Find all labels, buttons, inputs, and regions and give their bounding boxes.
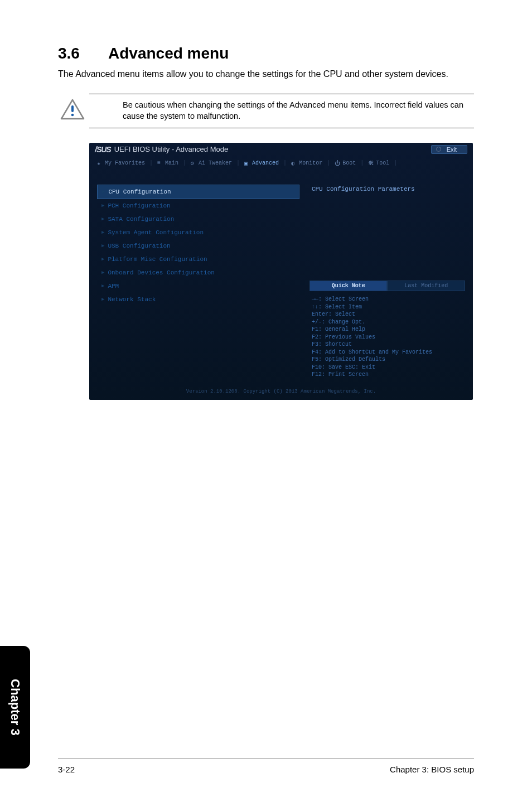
chevron-right-icon: ▶ xyxy=(101,243,104,249)
bios-tab-bar: ★My Favorites| ≡Main| ⚙Ai Tweaker| ▣Adva… xyxy=(89,156,473,168)
tab-label: Advanced xyxy=(252,160,279,166)
help-tab-last-modified[interactable]: Last Modified xyxy=(387,281,465,291)
section-title: Advanced menu xyxy=(108,45,229,62)
tab-main[interactable]: ≡Main xyxy=(154,158,182,168)
menu-apm[interactable]: ▶APM xyxy=(97,279,299,293)
chevron-right-icon: ▶ xyxy=(101,296,104,302)
chapter-side-tab: Chapter 3 xyxy=(0,646,30,769)
chapter-title-footer: Chapter 3: BIOS setup xyxy=(390,765,474,774)
section-number: 3.6 xyxy=(58,45,108,62)
menu-platform-misc-configuration[interactable]: ▶Platform Misc Configuration xyxy=(97,253,299,266)
menu-usb-configuration[interactable]: ▶USB Configuration xyxy=(97,239,299,253)
menu-cpu-configuration[interactable]: ▶CPU Configuration xyxy=(97,185,299,199)
bios-titlebar: /SUS UEFI BIOS Utility - Advanced Mode E… xyxy=(89,143,473,156)
key-help-panel: →←: Select Screen ↑↓: Select Item Enter:… xyxy=(309,294,465,380)
keyhelp-line: F10: Save ESC: Exit xyxy=(312,364,463,371)
asus-logo: /SUS xyxy=(95,145,111,154)
keyhelp-line: →←: Select Screen xyxy=(312,296,463,303)
footer-divider xyxy=(58,758,474,758)
page-footer: 3-22 Chapter 3: BIOS setup xyxy=(58,765,474,774)
menu-label: SATA Configuration xyxy=(108,216,174,223)
chevron-right-icon: ▶ xyxy=(101,256,104,262)
keyhelp-line: F5: Optimized Defaults xyxy=(312,356,463,364)
section-intro: The Advanced menu items allow you to cha… xyxy=(58,68,474,80)
menu-label: Network Stack xyxy=(108,296,156,303)
keyhelp-line: F4: Add to ShortCut and My Favorites xyxy=(312,349,463,356)
tab-ai-tweaker[interactable]: ⚙Ai Tweaker xyxy=(187,158,235,168)
keyhelp-line: F2: Previous Values xyxy=(312,334,463,341)
tab-tool[interactable]: 🛠Tool xyxy=(365,158,393,168)
chevron-right-icon: ▶ xyxy=(101,269,104,276)
menu-label: CPU Configuration xyxy=(108,189,171,195)
menu-sata-configuration[interactable]: ▶SATA Configuration xyxy=(97,212,299,226)
tab-label: My Favorites xyxy=(105,160,145,166)
bios-window: /SUS UEFI BIOS Utility - Advanced Mode E… xyxy=(89,143,473,400)
menu-label: Platform Misc Configuration xyxy=(108,256,207,263)
tab-my-favorites[interactable]: ★My Favorites xyxy=(94,158,148,168)
keyhelp-line: F3: Shortcut xyxy=(312,341,463,349)
chevron-right-icon: ▶ xyxy=(101,229,104,235)
section-heading: 3.6Advanced menu xyxy=(58,45,474,62)
page-number: 3-22 xyxy=(58,765,75,774)
svg-point-1 xyxy=(71,114,74,117)
tool-icon: 🛠 xyxy=(368,160,374,166)
bios-footer-version: Version 2.10.1208. Copyright (C) 2013 Am… xyxy=(89,385,473,400)
tab-label: Monitor xyxy=(299,160,322,166)
menu-label: USB Configuration xyxy=(108,243,170,249)
help-description: CPU Configuration Parameters xyxy=(309,185,465,281)
menu-label: PCH Configuration xyxy=(108,202,170,209)
help-tab-quick-note[interactable]: Quick Note xyxy=(309,281,388,291)
keyhelp-line: Enter: Select xyxy=(312,311,463,318)
keyhelp-line: +/-: Change Opt. xyxy=(312,318,463,326)
bios-help-column: CPU Configuration Parameters Quick Note … xyxy=(309,185,465,380)
chevron-right-icon: ▶ xyxy=(101,283,104,289)
tab-boot[interactable]: ⏻Boot xyxy=(331,158,359,168)
tab-label: Boot xyxy=(342,160,356,166)
tab-advanced[interactable]: ▣Advanced xyxy=(241,158,282,168)
keyhelp-line: F1: General Help xyxy=(312,326,463,334)
svg-rect-0 xyxy=(71,105,74,112)
warning-text: Be cautious when changing the settings o… xyxy=(123,100,474,122)
exit-label: Exit xyxy=(447,146,457,153)
tab-label: Main xyxy=(165,160,178,166)
menu-system-agent-configuration[interactable]: ▶System Agent Configuration xyxy=(97,226,299,239)
menu-pch-configuration[interactable]: ▶PCH Configuration xyxy=(97,199,299,212)
chevron-right-icon: ▶ xyxy=(101,216,104,222)
exit-button[interactable]: Exit xyxy=(431,145,467,154)
tab-label: Ai Tweaker xyxy=(199,160,232,166)
tab-label: Tool xyxy=(376,160,389,166)
keyhelp-line: F12: Print Screen xyxy=(312,371,463,379)
help-tabs: Quick Note Last Modified xyxy=(309,281,465,291)
bios-title: UEFI BIOS Utility - Advanced Mode xyxy=(114,145,228,153)
menu-onboard-devices-configuration[interactable]: ▶Onboard Devices Configuration xyxy=(97,266,299,279)
wrench-icon: ⚙ xyxy=(191,160,196,166)
menu-network-stack[interactable]: ▶Network Stack xyxy=(97,293,299,306)
warning-block: Be cautious when changing the settings o… xyxy=(89,94,474,128)
keyhelp-line: ↑↓: Select Item xyxy=(312,303,463,311)
chevron-right-icon: ▶ xyxy=(102,189,105,195)
tab-monitor[interactable]: ◐Monitor xyxy=(288,158,326,168)
menu-label: APM xyxy=(108,283,119,289)
warning-icon xyxy=(60,99,85,122)
boot-icon: ⏻ xyxy=(335,160,340,166)
list-icon: ≡ xyxy=(157,160,163,166)
menu-label: System Agent Configuration xyxy=(108,229,204,236)
menu-label: Onboard Devices Configuration xyxy=(108,269,214,276)
bios-menu-column: ▶CPU Configuration ▶PCH Configuration ▶S… xyxy=(97,185,299,380)
monitor-icon: ◐ xyxy=(291,160,297,166)
star-icon: ★ xyxy=(97,160,103,166)
power-icon xyxy=(436,147,441,152)
chevron-right-icon: ▶ xyxy=(101,202,104,209)
advanced-icon: ▣ xyxy=(244,160,250,166)
chapter-side-tab-label: Chapter 3 xyxy=(8,679,22,735)
